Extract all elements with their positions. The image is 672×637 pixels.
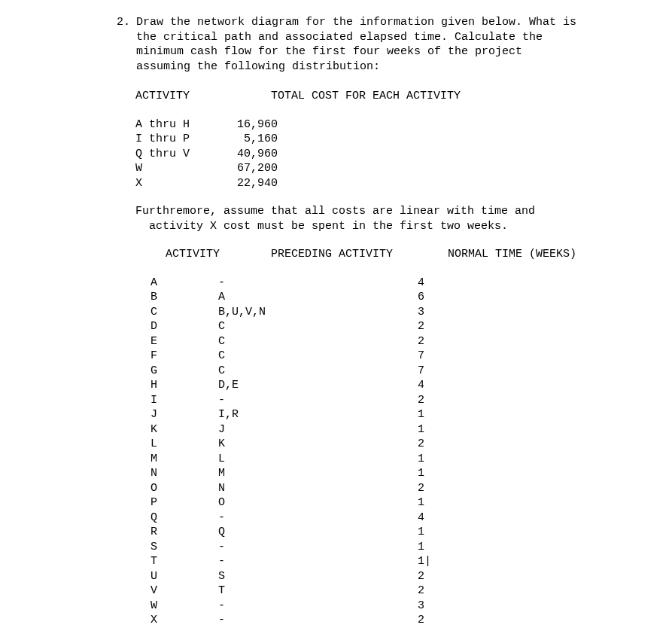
activity-preceding: T [218, 584, 418, 599]
question-line: the critical path and associated elapsed… [136, 30, 649, 45]
activity-row: NM1 [151, 466, 649, 481]
cost-label: W [135, 161, 237, 176]
activity-row: US2 [151, 569, 649, 584]
activity-header-name: ACTIVITY [166, 247, 271, 262]
activity-row: VT2 [151, 584, 649, 599]
activity-name: D [151, 319, 218, 334]
activity-time: 2 [418, 481, 463, 496]
activity-time: 2 [418, 393, 463, 408]
activity-time: 2 [418, 569, 463, 584]
activity-time: 1 [418, 495, 463, 511]
activity-time: 3 [418, 305, 463, 320]
activity-name: T [151, 554, 218, 569]
activity-preceding: B,U,V,N [218, 305, 418, 320]
activity-list: A-4BA6CB,U,V,N3DC2EC2FC7GC7HD,E4I-2JI,R1… [135, 276, 649, 628]
activity-preceding: Q [218, 525, 418, 540]
activity-header-time: NORMAL TIME (WEEKS) [448, 247, 576, 262]
activity-time: 2 [418, 437, 463, 452]
activity-preceding: S [218, 569, 418, 584]
cost-label: I thru P [135, 132, 237, 147]
activity-name: H [151, 378, 218, 393]
activity-preceding: - [218, 540, 418, 555]
activity-name: U [151, 569, 218, 584]
activity-preceding: A [218, 290, 418, 305]
activity-time: 3 [418, 599, 463, 614]
activity-name: V [151, 584, 218, 599]
activity-preceding: - [218, 276, 418, 291]
activity-time: 1 [418, 525, 463, 540]
activity-time: 2 [418, 334, 463, 349]
activity-name: P [151, 495, 218, 511]
activity-name: R [151, 525, 218, 540]
activity-time: 7 [418, 349, 463, 364]
activity-time: 2 [418, 319, 463, 334]
activity-preceding: O [218, 495, 418, 511]
question-line: minimum cash flow for the first four wee… [136, 44, 649, 59]
cost-row: A thru H16,960 [135, 117, 649, 133]
activity-row: PO1 [151, 495, 649, 511]
activity-name: M [151, 452, 218, 467]
activity-time: 4 [418, 511, 463, 526]
question-block: 2. Draw the network diagram for the info… [135, 15, 649, 74]
activity-preceding: I,R [218, 407, 418, 422]
activity-preceding: K [218, 437, 418, 452]
activity-preceding: C [218, 364, 418, 379]
cost-label: Q thru V [135, 147, 237, 162]
activity-row: S-1 [151, 540, 649, 555]
activity-preceding: J [218, 422, 418, 437]
activity-preceding: M [218, 466, 418, 481]
activity-name: J [151, 407, 218, 422]
cost-value: 22,940 [237, 176, 278, 191]
activity-name: I [151, 393, 218, 408]
furthermore-note: Furthremore, assume that all costs are l… [135, 204, 649, 233]
activity-row: A-4 [151, 276, 649, 291]
activity-preceding: - [218, 554, 418, 569]
question-line: Draw the network diagram for the informa… [136, 15, 649, 30]
activity-row: ON2 [151, 481, 649, 496]
activity-preceding: C [218, 319, 418, 334]
activity-row: GC7 [151, 364, 649, 379]
activity-preceding: D,E [218, 378, 418, 393]
cost-row: I thru P 5,160 [135, 132, 649, 147]
activity-row: DC2 [151, 319, 649, 334]
activity-time: 1 [418, 540, 463, 555]
cost-header-activity: ACTIVITY [135, 89, 271, 104]
activity-time: 1 [418, 422, 463, 437]
activity-time: 4 [418, 276, 463, 291]
cost-row: Q thru V40,960 [135, 147, 649, 162]
question-line: assuming the following distribution: [136, 59, 649, 75]
activity-preceding: N [218, 481, 418, 496]
activity-name: G [151, 364, 218, 379]
activity-row: W-3 [151, 599, 649, 614]
cost-row: W67,200 [135, 161, 649, 176]
cost-row: X22,940 [135, 176, 649, 191]
activity-row: X-2 [151, 613, 649, 628]
activity-name: F [151, 349, 218, 364]
activity-name: B [151, 290, 218, 305]
activity-row: CB,U,V,N3 [151, 305, 649, 320]
activity-time: 1 [418, 466, 463, 481]
activity-row: RQ1 [151, 525, 649, 540]
activity-row: JI,R1 [151, 407, 649, 422]
activity-name: W [151, 599, 218, 614]
activity-preceding: - [218, 511, 418, 526]
activity-row: Q-4 [151, 511, 649, 526]
cost-list: A thru H16,960I thru P 5,160Q thru V40,9… [135, 117, 649, 191]
activity-name: C [151, 305, 218, 320]
activity-time: 1 [418, 452, 463, 467]
activity-row: BA6 [151, 290, 649, 305]
cost-label: A thru H [135, 117, 237, 133]
activity-time: 2 [418, 584, 463, 599]
cost-header-total: TOTAL COST FOR EACH ACTIVITY [271, 89, 461, 104]
cost-label: X [135, 176, 237, 191]
activity-row: HD,E4 [151, 378, 649, 393]
cost-value: 40,960 [237, 147, 278, 162]
activity-preceding: C [218, 349, 418, 364]
cost-table-header: ACTIVITY TOTAL COST FOR EACH ACTIVITY [135, 89, 649, 104]
activity-header-preceding: PRECEDING ACTIVITY [271, 247, 448, 262]
activity-time: 1 [418, 407, 463, 422]
activity-preceding: - [218, 613, 418, 628]
activity-preceding: - [218, 599, 418, 614]
activity-time: 2 [418, 613, 463, 628]
question-number: 2. [117, 15, 130, 74]
